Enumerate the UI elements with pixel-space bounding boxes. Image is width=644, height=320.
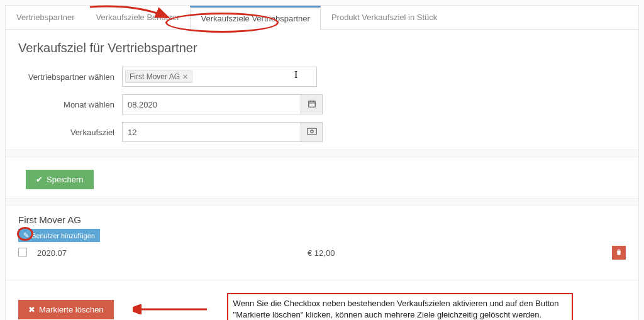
goal-label: Verkaufsziel	[18, 128, 122, 137]
partner-tag[interactable]: First Mover AG ✕	[125, 70, 192, 83]
row-delete-button[interactable]	[612, 246, 626, 260]
tabs-bar: Vertriebspartner Verkaufsziele Benutzer …	[6, 6, 638, 30]
add-user-button-label: Benutzer hinzufügen	[31, 232, 95, 240]
goal-input[interactable]	[122, 122, 301, 142]
calendar-icon	[308, 99, 316, 110]
svg-point-5	[310, 130, 313, 133]
currency-addon	[301, 122, 323, 142]
text-cursor-icon: I	[294, 69, 297, 80]
annotation-arrow-footer	[133, 304, 208, 314]
add-user-button[interactable]: ✎ Benutzer hinzufügen	[18, 229, 100, 242]
partner-tag-text: First Mover AG	[130, 72, 180, 81]
trash-icon	[615, 248, 623, 258]
annotation-text-box: Wenn Sie die Checkbox neben bestehenden …	[227, 293, 573, 320]
save-button[interactable]: ✔ Speichern	[26, 170, 94, 189]
partner-name-heading: First Mover AG	[18, 214, 626, 225]
month-label: Monat wählen	[18, 100, 122, 109]
row-date: 2020.07	[37, 248, 308, 258]
check-icon: ✔	[36, 175, 43, 184]
money-icon	[307, 127, 317, 137]
row-amount: € 12,00	[308, 248, 601, 258]
close-icon: ✖	[28, 305, 35, 314]
svg-rect-4	[307, 128, 316, 134]
calendar-addon[interactable]	[301, 94, 323, 114]
edit-icon: ✎	[23, 231, 29, 240]
partner-tag-input[interactable]: First Mover AG ✕	[122, 67, 317, 87]
delete-marked-button-label: Markierte löschen	[39, 305, 104, 314]
partner-label: Vertriebspartner wählen	[18, 72, 122, 82]
tab-verkaufsziele-benutzer[interactable]: Verkaufsziele Benutzer	[86, 6, 191, 29]
remove-tag-icon[interactable]: ✕	[182, 73, 188, 81]
delete-marked-button[interactable]: ✖ Markierte löschen	[18, 300, 114, 319]
tab-produkt-verkaufsziel[interactable]: Produkt Verkaufsziel in Stück	[321, 6, 448, 29]
tab-vertriebspartner[interactable]: Vertriebspartner	[6, 6, 86, 29]
tab-verkaufsziele-vertriebspartner[interactable]: Verkaufsziele Vertriebspartner	[190, 6, 320, 30]
row-checkbox[interactable]	[18, 248, 27, 257]
month-input[interactable]	[122, 94, 301, 114]
save-button-label: Speichern	[47, 175, 84, 184]
svg-rect-0	[308, 101, 315, 106]
page-title: Verkaufsziel für Vertriebspartner	[18, 41, 626, 55]
goal-row: 2020.07 € 12,00	[18, 242, 626, 263]
